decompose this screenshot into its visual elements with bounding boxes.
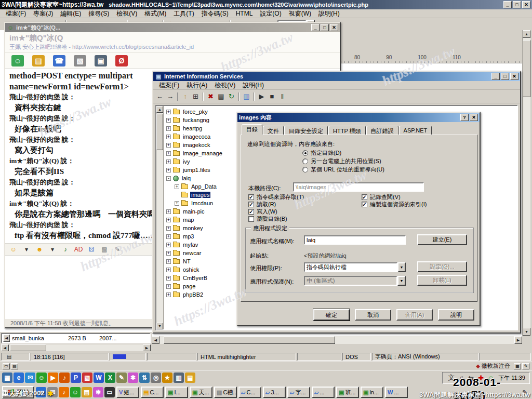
folder-shortcut-icon[interactable]: ▤ [185,373,195,383]
editor-menu-item-3[interactable]: 編輯(E) [57,9,85,19]
winamp-icon[interactable]: ♪ [59,373,70,383]
tab-目錄[interactable]: 目錄 [242,124,262,135]
checkbox-讀取(R)[interactable]: ✓讀取(R) [248,201,304,208]
back-icon[interactable]: ← [155,92,165,101]
minimize-icon[interactable]: _ [311,24,320,31]
scrollbar-thumb[interactable] [10,344,46,351]
close-icon[interactable]: ✕ [510,73,518,80]
radio-某個 URL 位址的重新導向(U)[interactable]: 某個 URL 位址的重新導向(U) [302,165,384,174]
exec-perm-select[interactable]: 指令碼與執行檔▼ [304,262,406,272]
local-path-input[interactable]: \laiq\images [293,182,424,192]
editor-menu-item-1[interactable]: 檔案(F) [2,9,30,19]
editor-menu-item-10[interactable]: 設定(O) [256,9,285,19]
folder-quick-icon[interactable]: ▤ [82,387,92,397]
file-panel-scrollbar[interactable]: ◀ ▶ [1,344,151,351]
expand-toggle-icon[interactable]: + [166,218,171,222]
call-icon[interactable]: ☎ [53,55,65,66]
expand-toggle-icon[interactable]: + [175,201,179,206]
word-icon[interactable]: W [94,373,104,383]
msn-messenger-icon[interactable]: ☺ [36,373,47,383]
task-drive[interactable]: ▥C槽... [214,387,237,398]
up-folder-icon[interactable]: ↑ [180,92,190,101]
task-doc-2[interactable]: ▱3... [263,387,286,398]
paint-quick-icon[interactable]: ✱ [93,387,103,397]
paint-icon[interactable]: ✱ [128,373,138,383]
task-vb[interactable]: V短... [116,387,139,398]
task-doc-4[interactable]: ▱... [312,387,335,398]
dialog-button-說明[interactable]: 說明 [438,309,474,321]
ad-badge-icon[interactable]: AD [74,245,83,254]
scroll-left-icon[interactable]: ◀ [152,336,159,344]
expand-toggle-icon[interactable]: + [166,284,171,289]
expand-toggle-icon[interactable]: + [166,118,171,123]
scroll-up-icon[interactable]: ▲ [156,106,163,113]
my-computer-icon[interactable]: ▥ [174,373,184,383]
ftp-icon[interactable]: ⇅ [139,373,150,383]
maximize-icon[interactable]: □ [501,73,509,80]
expand-toggle-icon[interactable]: + [166,226,171,231]
unload-button[interactable]: 卸載(L) [417,275,467,286]
ime-pad-icon[interactable]: ▦ [514,363,521,369]
expand-toggle-icon[interactable]: + [166,276,171,281]
expand-toggle-icon[interactable]: + [166,110,171,114]
scroll-down-icon[interactable]: ▼ [156,323,163,329]
expand-toggle-icon[interactable]: + [166,251,171,256]
editor-menu-item-2[interactable]: 專案(J) [30,9,57,19]
dialog-button-確定[interactable]: 確定 [313,309,350,321]
scrollbar-thumb[interactable] [164,336,335,344]
expand-toggle-icon[interactable]: + [166,243,171,247]
tab-自訂錯誤[interactable]: 自訂錯誤 [366,126,398,135]
maximize-icon[interactable]: □ [321,24,329,31]
iis-menu-item-4[interactable]: 說明(H) [239,81,268,90]
checkbox-寫入(W)[interactable]: ✓寫入(W) [248,208,304,215]
ime-pen-icon[interactable]: ✎ [522,363,529,369]
editor-menu-item-4[interactable]: 搜尋(S) [85,9,113,19]
collapse-panel-icon[interactable]: ◀ [3,335,10,342]
media-player-icon[interactable]: ▶ [48,373,58,383]
notepad-icon[interactable]: ✎ [116,373,127,383]
block-contact-icon[interactable]: Ø [115,55,128,66]
acdsee-icon[interactable]: ▧ [82,373,92,383]
expand-toggle-icon[interactable]: + [166,292,171,297]
messenger-quick-icon[interactable]: ☺ [70,387,81,397]
chevron-down-icon[interactable]: ▼ [397,262,406,272]
refresh-icon[interactable]: ↻ [227,92,236,101]
tab-ASP.NET[interactable]: ASP.NET [399,126,432,135]
configuration-button[interactable]: 設定(G)... [417,261,467,272]
invite-contact-icon[interactable]: ☺ [11,55,24,66]
scroll-up-icon[interactable]: ▲ [523,30,530,38]
start-site-icon[interactable]: ▶ [257,92,267,101]
editor-menu-item-8[interactable]: 指令碼(S) [198,9,232,19]
scroll-right-icon[interactable]: ▶ [143,344,151,351]
properties-icon[interactable]: ▤ [216,92,226,101]
expand-toggle-icon[interactable]: + [166,126,171,131]
dialog-button-套用(A)[interactable]: 套用(A) [396,309,433,321]
games-icon[interactable]: ⚄ [87,245,96,254]
task-doc-1[interactable]: ▱C... [238,387,261,398]
background-icon[interactable]: ▩ [100,245,109,254]
ime-name[interactable]: 微軟新注音 [482,362,510,370]
editor-menu-item-5[interactable]: 檢視(V) [113,9,141,19]
checkbox-瀏覽目錄(B)[interactable]: 瀏覽目錄(B) [248,215,304,222]
expand-toggle-icon[interactable]: + [166,259,171,264]
iis-menu-item-1[interactable]: 檔案(F) [155,81,183,90]
scroll-down-icon[interactable]: ▼ [523,328,530,336]
wink-dropdown-icon[interactable]: ▾ [48,245,57,254]
expand-toggle-icon[interactable]: - [166,176,171,181]
tab-目錄安全設定[interactable]: 目錄安全設定 [284,126,328,135]
pause-site-icon[interactable]: ‖ [277,92,287,101]
tree-scrollbar[interactable]: ▲ ▼ [156,106,164,329]
restore-window-icon[interactable]: ▭ [3,363,10,369]
radio-另一台電腦上的共用位置(S)[interactable]: 另一台電腦上的共用位置(S) [302,157,384,165]
dialog-button-取消[interactable]: 取消 [355,309,391,321]
emoticon-smile-icon[interactable]: ☺ [9,245,18,254]
close-icon[interactable]: ✕ [470,114,478,121]
maximize-icon[interactable]: □ [513,1,521,8]
minimize-icon[interactable]: _ [491,73,500,80]
close-icon[interactable]: ✕ [522,1,530,8]
expand-toggle-icon[interactable]: + [166,151,171,156]
expand-toggle-icon[interactable]: + [166,268,171,272]
show-desktop-icon[interactable]: ▦ [2,373,12,383]
editor-horizontal-scrollbar[interactable]: ◀ ▶ [152,336,522,344]
create-button[interactable]: 建立(E) [417,234,467,245]
